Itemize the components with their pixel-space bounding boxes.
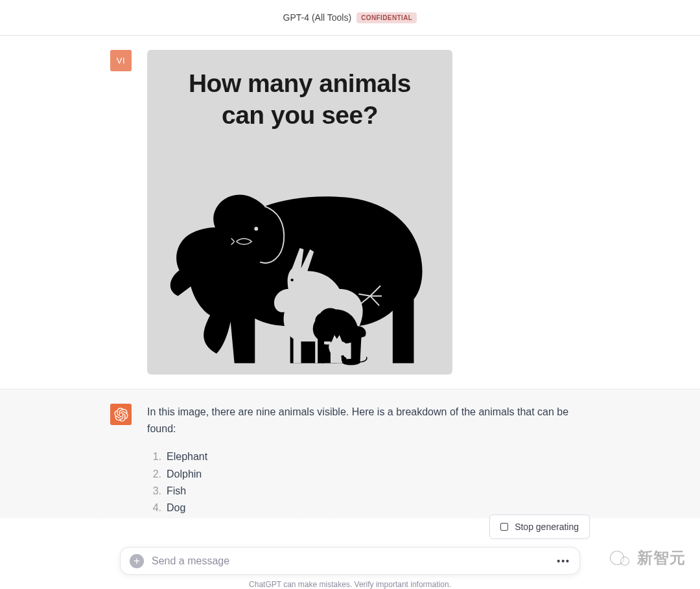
image-illustration: [159, 132, 441, 370]
assistant-intro-text: In this image, there are nine animals vi…: [147, 404, 590, 437]
attach-plus-icon[interactable]: +: [130, 554, 144, 568]
more-icon[interactable]: •••: [557, 556, 570, 566]
model-title: GPT-4 (All Tools): [283, 12, 352, 23]
image-title: How many animals can you see?: [189, 68, 411, 132]
stop-generating-button[interactable]: Stop generating: [489, 514, 590, 539]
stop-button-label: Stop generating: [515, 522, 579, 532]
openai-logo-icon: [114, 408, 128, 422]
svg-point-0: [254, 227, 258, 231]
image-title-line2: can you see?: [222, 101, 378, 129]
assistant-message-row: In this image, there are nine animals vi…: [0, 389, 700, 518]
watermark: 新智元: [610, 548, 686, 568]
disclaimer-text: ChatGPT can make mistakes. Verify import…: [249, 580, 451, 589]
confidential-badge: CONFIDENTIAL: [356, 12, 417, 23]
svg-point-6: [290, 278, 293, 281]
chat-scroll-area: VI How many animals can you see?: [0, 36, 700, 518]
message-input[interactable]: [152, 555, 549, 567]
watermark-text: 新智元: [637, 548, 686, 568]
watermark-logo-icon: [610, 549, 632, 567]
stop-icon: [500, 523, 508, 531]
list-item: Fish: [151, 483, 590, 500]
header-bar: GPT-4 (All Tools) CONFIDENTIAL: [0, 0, 700, 36]
svg-point-9: [341, 355, 344, 358]
assistant-message-content: In this image, there are nine animals vi…: [147, 404, 590, 518]
user-avatar-initials: VI: [117, 56, 125, 65]
image-title-line1: How many animals: [189, 69, 411, 97]
list-item: Dolphin: [151, 466, 590, 483]
user-message-row: VI How many animals can you see?: [0, 36, 700, 389]
user-message-content: How many animals can you see?: [147, 50, 590, 375]
user-avatar: VI: [110, 50, 132, 71]
list-item: Elephant: [151, 448, 590, 465]
assistant-avatar: [110, 404, 132, 425]
uploaded-image[interactable]: How many animals can you see?: [147, 50, 452, 375]
composer-area: Stop generating + ••• ChatGPT can make m…: [0, 514, 700, 589]
message-input-wrap: + •••: [120, 547, 580, 575]
animal-list: Elephant Dolphin Fish Dog Mouse: [147, 448, 590, 518]
